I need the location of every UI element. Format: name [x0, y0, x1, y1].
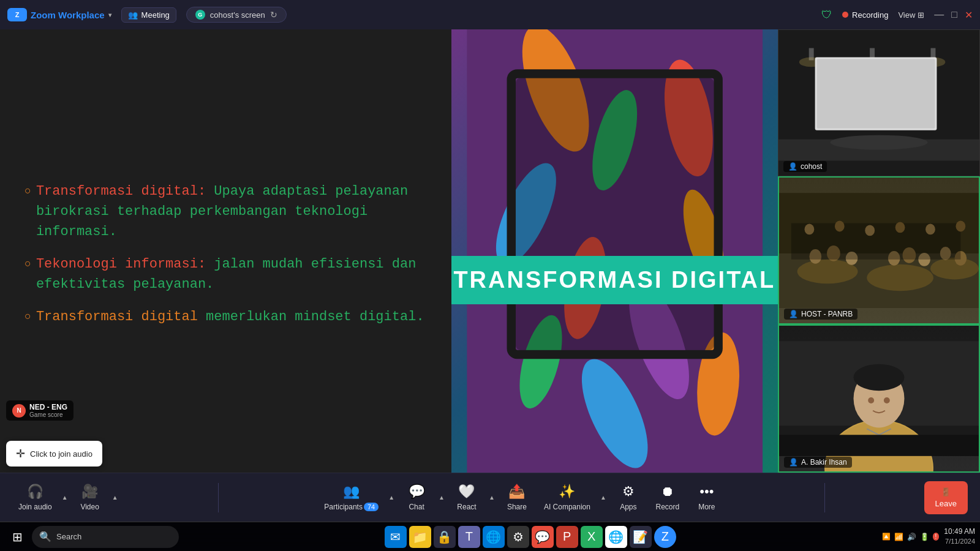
bakir-label: 👤 A. Bakir Ihsan — [784, 457, 852, 468]
svg-rect-21 — [817, 59, 935, 128]
react-heart-icon: 🤍 — [458, 484, 475, 500]
svg-point-41 — [895, 222, 905, 233]
slide-bullet-2: ○ Tekonologi informasi: jalan mudah efis… — [24, 254, 433, 294]
cohost-screen-icon: G — [195, 10, 205, 20]
ned-avatar: N — [12, 404, 26, 418]
join-audio-arrow[interactable]: ▲ — [61, 494, 69, 501]
screen-share-pill[interactable]: G cohost's screen ↻ — [186, 7, 287, 23]
video-feed-bakir: 👤 A. Bakir Ihsan — [778, 324, 980, 473]
svg-point-39 — [835, 221, 845, 232]
participants-arrow[interactable]: ▲ — [387, 494, 396, 501]
ned-name: NED - ENG — [29, 403, 67, 411]
more-label: More — [698, 503, 715, 511]
teal-banner: TRANSFORMASI DIGITAL — [451, 256, 778, 304]
toolbar-left-group: 🎧 Join audio ▲ 🎥 Video ▲ — [12, 479, 119, 516]
svg-point-38 — [804, 224, 814, 235]
more-dots-icon: ••• — [699, 484, 714, 500]
participants-label: Participants74 — [324, 503, 379, 511]
video-button[interactable]: 🎥 Video — [72, 479, 108, 516]
react-button[interactable]: 🤍 React — [448, 479, 485, 516]
taskbar-apps-group: ✉ 📁 🔒 T 🌐 ⚙ 💬 P X 🌐 📝 Z — [181, 526, 880, 548]
ai-companion-button[interactable]: ✨ AI Companion — [538, 479, 597, 516]
audio-tooltip-text: Click to join audio — [30, 449, 92, 459]
minimize-button[interactable]: — — [934, 9, 944, 21]
svg-point-28 — [930, 258, 979, 280]
taskbar-teams-app[interactable]: T — [458, 526, 480, 548]
bakir-person-icon: 👤 — [789, 458, 798, 467]
taskbar-powerpoint-app[interactable]: P — [556, 526, 578, 548]
taskbar-search-bar[interactable]: 🔍 Search — [32, 526, 179, 548]
bullet-1-highlight: Transformasi digital: — [36, 184, 206, 199]
ai-companion-arrow[interactable]: ▲ — [599, 494, 608, 501]
host-panrb-person-icon: 👤 — [789, 310, 798, 318]
join-audio-button[interactable]: 🎧 Join audio — [12, 479, 58, 516]
taskbar-excel-app[interactable]: X — [581, 526, 603, 548]
svg-rect-52 — [779, 435, 979, 456]
svg-point-51 — [884, 397, 890, 403]
room-scene-svg — [778, 30, 979, 176]
apps-button[interactable]: ⚙ Apps — [610, 479, 647, 516]
speaker-icon: 🔊 — [907, 533, 916, 541]
taskbar-explorer-app[interactable]: 📁 — [409, 526, 431, 548]
svg-point-50 — [868, 397, 874, 403]
slide-background: ○ Transformasi digital: Upaya adaptasi p… — [0, 29, 778, 473]
share-label: Share — [507, 503, 527, 511]
video-icon: 🎥 — [81, 484, 98, 500]
share-icon: 📤 — [508, 484, 525, 500]
taskbar-mail-app[interactable]: ✉ — [385, 526, 407, 548]
start-button[interactable]: ⊞ — [5, 525, 29, 549]
svg-point-40 — [865, 225, 875, 236]
join-audio-label: Join audio — [18, 503, 52, 511]
record-button[interactable]: ⏺ Record — [649, 479, 686, 516]
share-button[interactable]: 📤 Share — [499, 479, 535, 516]
chat-arrow[interactable]: ▲ — [437, 494, 446, 501]
bullet-text-1: Transformasi digital: Upaya adaptasi pel… — [36, 181, 433, 242]
more-button[interactable]: ••• More — [688, 479, 725, 516]
app-chevron-icon[interactable]: ▾ — [108, 12, 111, 18]
bullet-text-3: Transformasi digital memerlukan mindset … — [36, 307, 424, 327]
record-icon: ⏺ — [661, 484, 674, 500]
toolbar-center-group: 👥 Participants74 ▲ 💬 Chat ▲ 🤍 React ▲ 📤 … — [318, 479, 725, 516]
audience-scene-svg — [779, 178, 979, 323]
clock-date: 7/11/2024 — [944, 537, 975, 546]
participants-button[interactable]: 👥 Participants74 — [318, 479, 385, 516]
taskbar-lock-app[interactable]: 🔒 — [434, 526, 456, 548]
video-feed-cohost: 👤 cohost — [778, 29, 980, 176]
titlebar: Z Zoom Workplace ▾ 👥 Meeting G cohost's … — [0, 0, 980, 29]
bullet-circle-3: ○ — [24, 308, 31, 324]
taskbar-zoom-taskbar-app[interactable]: Z — [654, 526, 676, 548]
chat-button[interactable]: 💬 Chat — [398, 479, 435, 516]
chevron-up-icon[interactable]: 🔼 — [882, 533, 891, 541]
react-label: React — [457, 503, 476, 511]
taskbar-browser-app[interactable]: 🌐 — [483, 526, 505, 548]
taskbar-note-app[interactable]: 📝 — [630, 526, 652, 548]
leave-button[interactable]: 🚪 Leave — [924, 481, 968, 514]
zoom-icon: Z — [7, 8, 27, 21]
svg-rect-37 — [791, 223, 961, 260]
svg-point-42 — [925, 224, 935, 235]
meeting-button[interactable]: 👥 Meeting — [121, 7, 176, 23]
toolbar-divider-1 — [218, 483, 219, 512]
system-clock[interactable]: 10:49 AM 7/11/2024 — [944, 527, 975, 546]
zoom-logo: Z Zoom Workplace ▾ — [7, 8, 111, 21]
search-icon: 🔍 — [39, 531, 51, 542]
react-arrow[interactable]: ▲ — [488, 494, 496, 501]
close-button[interactable]: ✕ — [965, 9, 973, 21]
view-button[interactable]: View ⊞ — [898, 10, 924, 20]
chat-label: Chat — [409, 503, 424, 511]
ned-info: NED - ENG Game score — [29, 403, 67, 418]
rec-dot-icon — [842, 12, 848, 18]
apps-label: Apps — [620, 503, 636, 511]
screen-refresh-icon[interactable]: ↻ — [270, 10, 277, 20]
bullet-circle-2: ○ — [24, 255, 31, 272]
slide-area: ○ Transformasi digital: Upaya adaptasi p… — [0, 29, 778, 473]
taskbar-chat2-app[interactable]: 💬 — [532, 526, 554, 548]
video-arrow[interactable]: ▲ — [111, 494, 119, 501]
taskbar-settings-app[interactable]: ⚙ — [507, 526, 529, 548]
bullet-text-2: Tekonologi informasi: jalan mudah efisie… — [36, 254, 433, 294]
window-controls[interactable]: — □ ✕ — [934, 9, 973, 21]
audio-join-tooltip[interactable]: ✛ Click to join audio — [6, 441, 102, 467]
taskbar-chrome-app[interactable]: 🌐 — [605, 526, 627, 548]
maximize-button[interactable]: □ — [951, 9, 957, 21]
bullet-2-highlight: Tekonologi informasi: — [36, 257, 206, 272]
